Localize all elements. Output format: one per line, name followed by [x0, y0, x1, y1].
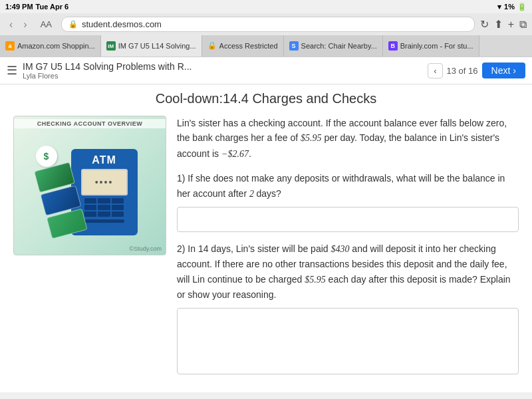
problem-text: Lin's sister has a checking account. If …: [177, 116, 519, 162]
browser-toolbar: ‹ › AA 🔒 student.desmos.com ↻ ⬆ + ⧉: [0, 13, 532, 35]
reader-view-button[interactable]: AA: [37, 18, 56, 31]
tabs-bar: a Amazon.com Shoppin... IM IM G7 U5 L14 …: [0, 35, 532, 57]
app-title-area: IM G7 U5 L14 Solving Problems with R... …: [23, 61, 428, 80]
tab-brainly-label: Brainly.com - For stu...: [400, 42, 473, 50]
add-tab-button[interactable]: +: [508, 19, 514, 31]
battery-icon: 🔋: [517, 3, 527, 11]
status-right: ▾ 1% 🔋: [497, 3, 527, 11]
status-left: 1:49 PM Tue Apr 6: [5, 3, 68, 11]
tab-desmos[interactable]: IM IM G7 U5 L14 Solving...: [101, 35, 202, 57]
tab-amazon[interactable]: a Amazon.com Shoppin...: [0, 35, 101, 57]
atm-keypad: [84, 198, 124, 217]
atm-slot: [84, 219, 124, 223]
url-bar[interactable]: 🔒 student.desmos.com: [61, 17, 475, 32]
tab-desmos-label: IM G7 U5 L14 Solving...: [118, 42, 196, 50]
back-button[interactable]: ‹: [5, 17, 17, 32]
prev-page-button[interactable]: ‹: [428, 63, 442, 78]
tab-search[interactable]: S Search: Chair Nearby...: [284, 35, 383, 57]
image-watermark: ©Study.com: [130, 245, 162, 252]
browser-chrome: ‹ › AA 🔒 student.desmos.com ↻ ⬆ + ⧉ a Am…: [0, 13, 532, 57]
tab-amazon-label: Amazon.com Shoppin...: [17, 42, 95, 50]
image-section: CHECKING ACCOUNT OVERVIEW $ AT: [13, 116, 166, 377]
lock-icon: 🔒: [68, 20, 78, 29]
question1-body: If she does not make any deposits or wit…: [177, 173, 505, 198]
atm-scene: $ ATM ••••: [43, 149, 138, 235]
amazon-favicon: a: [5, 41, 15, 51]
wifi-icon: ▾: [497, 3, 501, 11]
checking-account-image: CHECKING ACCOUNT OVERVIEW $ AT: [13, 116, 166, 255]
question1-suffix: days?: [256, 188, 281, 199]
next-chevron-icon: ›: [513, 65, 516, 76]
answer1-input[interactable]: [177, 207, 519, 232]
answer2-textarea[interactable]: [177, 308, 519, 374]
reload-button[interactable]: ↻: [480, 18, 489, 31]
tabs-button[interactable]: ⧉: [519, 19, 527, 31]
atm-label: ATM: [92, 154, 116, 166]
page-content: ☰ IM G7 U5 L14 Solving Problems with R..…: [0, 57, 532, 392]
question1-days: 2: [249, 189, 257, 199]
next-label: Next: [491, 65, 511, 76]
desmos-favicon: IM: [106, 41, 116, 51]
date: Tue Apr 6: [36, 3, 69, 11]
brainly-favicon: B: [388, 41, 398, 51]
time: 1:49 PM: [5, 3, 33, 11]
activity-content: Cool-down:14.4 Charges and Checks CHECKI…: [0, 84, 532, 384]
tab-access-label: Access Restricted: [219, 42, 278, 50]
url-text: student.desmos.com: [82, 19, 162, 29]
app-title: IM G7 U5 L14 Solving Problems with R...: [23, 61, 428, 72]
balance-amount: −$2.67: [221, 149, 249, 159]
next-page-button[interactable]: Next ›: [482, 63, 525, 78]
status-bar: 1:49 PM Tue Apr 6 ▾ 1% 🔋: [0, 0, 532, 13]
tab-access[interactable]: 🔒 Access Restricted: [202, 35, 284, 57]
battery: 1%: [504, 3, 515, 11]
content-area: CHECKING ACCOUNT OVERVIEW $ AT: [13, 116, 519, 377]
nav-buttons: ‹ ›: [5, 17, 31, 32]
toolbar-actions: ↻ ⬆ + ⧉: [480, 18, 527, 31]
question2-body: In 14 days, Lin's sister will be paid $4…: [177, 243, 511, 300]
app-subtitle: Lyla Flores: [23, 72, 428, 80]
menu-icon[interactable]: ☰: [7, 63, 17, 78]
share-button[interactable]: ⬆: [494, 18, 503, 31]
page-info: 13 of 16: [447, 66, 478, 76]
image-label: CHECKING ACCOUNT OVERVIEW: [14, 119, 166, 128]
question1-text: 1) If she does not make any deposits or …: [177, 171, 519, 201]
activity-title: Cool-down:14.4 Charges and Checks: [13, 91, 519, 106]
tab-brainly[interactable]: B Brainly.com - For stu...: [383, 35, 479, 57]
atm-screen: ••••: [81, 169, 128, 196]
question2-number: 2): [177, 243, 185, 254]
fee-amount: $5.95: [301, 133, 322, 143]
forward-button[interactable]: ›: [19, 17, 31, 32]
app-header: ☰ IM G7 U5 L14 Solving Problems with R..…: [0, 57, 532, 84]
question1-number: 1): [177, 173, 185, 184]
pagination: ‹ 13 of 16 Next ›: [428, 63, 525, 78]
search-favicon: S: [289, 41, 299, 51]
text-section: Lin's sister has a checking account. If …: [177, 116, 519, 377]
tab-search-label: Search: Chair Nearby...: [301, 42, 377, 50]
access-favicon: 🔒: [207, 41, 217, 51]
question2-text: 2) In 14 days, Lin's sister will be paid…: [177, 241, 519, 303]
